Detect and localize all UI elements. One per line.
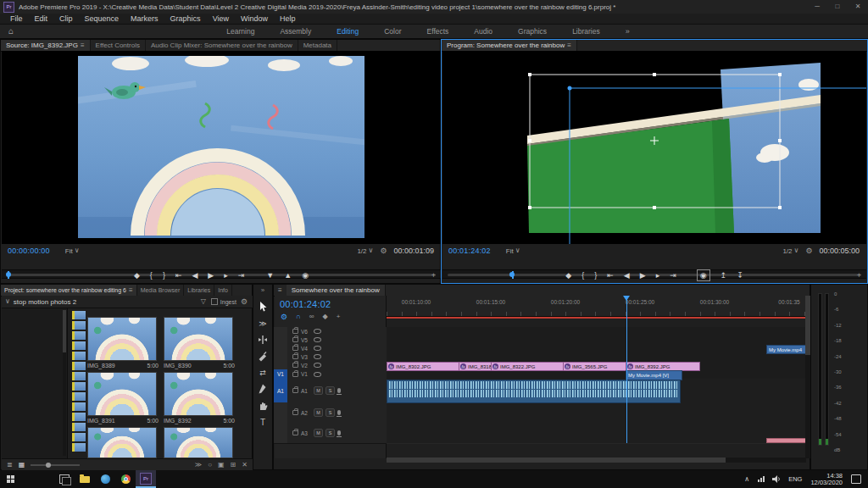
timeline-audio-clip[interactable]: [766, 438, 808, 443]
workspace-learning[interactable]: Learning: [226, 27, 254, 36]
linked-selection-icon[interactable]: ∞: [309, 313, 314, 321]
workspace-audio[interactable]: Audio: [474, 27, 492, 36]
add-marker-button[interactable]: ◆: [565, 271, 571, 280]
menu-view[interactable]: View: [207, 14, 235, 23]
task-view-button[interactable]: [54, 470, 75, 488]
bin-chevron-icon[interactable]: ∨: [5, 298, 10, 305]
tab-effect-controls[interactable]: Effect Controls: [91, 40, 146, 51]
project-item-thumb-8391[interactable]: [87, 372, 157, 416]
solo-button[interactable]: S: [326, 386, 335, 395]
add-marker-button[interactable]: ◆: [134, 271, 140, 280]
toggle-track-output-icon[interactable]: [314, 337, 321, 342]
network-icon[interactable]: [758, 476, 765, 482]
toggle-track-output-icon[interactable]: [314, 363, 321, 368]
mark-out-button[interactable]: }: [163, 271, 165, 280]
add-marker-icon[interactable]: ◆: [323, 313, 328, 321]
new-bin-button[interactable]: ▣: [218, 462, 225, 469]
edge-button[interactable]: [95, 470, 115, 488]
meter-bar-right[interactable]: [825, 293, 829, 446]
menu-graphics[interactable]: Graphics: [164, 14, 207, 23]
selection-tool[interactable]: [258, 301, 268, 313]
notification-center-button[interactable]: [851, 474, 861, 484]
close-button[interactable]: ✕: [848, 0, 868, 14]
source-patch[interactable]: [274, 327, 287, 336]
timeline-hscrollbar[interactable]: [387, 458, 806, 463]
menu-markers[interactable]: Markers: [125, 14, 164, 23]
source-patch[interactable]: [274, 361, 287, 369]
button-editor-plus[interactable]: +: [431, 271, 436, 280]
premiere-taskbar-button[interactable]: Pr: [136, 470, 156, 488]
toggle-track-output-icon[interactable]: [314, 329, 321, 334]
meter-bar-left[interactable]: [818, 293, 822, 446]
project-bin-pane[interactable]: [2, 308, 68, 458]
menu-sequence[interactable]: Sequence: [79, 14, 125, 23]
automate-to-sequence-button[interactable]: ≫: [195, 462, 202, 469]
slip-tool[interactable]: ⇄: [253, 369, 272, 377]
source-patch[interactable]: [274, 402, 287, 423]
source-patch-v1[interactable]: V1: [274, 369, 287, 379]
lock-icon[interactable]: [292, 354, 298, 359]
workspace-assembly[interactable]: Assembly: [280, 27, 311, 36]
icon-view-button[interactable]: ▦: [19, 462, 25, 469]
source-settings-icon[interactable]: ⚙: [380, 247, 387, 255]
source-patch[interactable]: [274, 336, 287, 344]
lock-icon[interactable]: [292, 337, 298, 342]
project-item-thumb-partial[interactable]: [164, 427, 233, 458]
project-item-name[interactable]: IMG_8390: [164, 363, 192, 369]
tab-media-browser[interactable]: Media Browser: [137, 285, 185, 296]
mark-in-button[interactable]: {: [581, 271, 584, 280]
tab-metadata[interactable]: Metadata: [298, 40, 337, 51]
source-patch[interactable]: [274, 344, 287, 352]
voiceover-record-icon[interactable]: [337, 430, 341, 435]
lock-icon[interactable]: [292, 346, 298, 351]
export-frame-button[interactable]: ◉: [302, 271, 309, 280]
workspace-color[interactable]: Color: [384, 27, 401, 36]
go-to-out-button[interactable]: ⇥: [238, 271, 245, 280]
home-icon[interactable]: ⌂: [8, 27, 14, 36]
minimize-button[interactable]: ─: [807, 0, 827, 14]
project-item-name[interactable]: IMG_8392: [164, 418, 192, 424]
track-select-forward-tool[interactable]: ≫: [253, 319, 272, 328]
ingest-checkbox[interactable]: [211, 298, 218, 305]
tab-info[interactable]: Info: [214, 285, 232, 296]
volume-icon[interactable]: [772, 475, 781, 483]
tab-project[interactable]: Project: somewhere over the rainbow edit…: [1, 285, 137, 296]
track-header-a2[interactable]: A2 M S: [274, 402, 387, 424]
workspace-overflow-icon[interactable]: »: [626, 28, 630, 36]
lock-icon[interactable]: [292, 372, 298, 377]
insert-button[interactable]: ▼: [266, 271, 274, 280]
panel-menu-icon[interactable]: ≡: [129, 287, 133, 294]
toggle-track-output-icon[interactable]: [314, 372, 321, 377]
timeline-clip[interactable]: fx IMG_8318: [459, 362, 492, 371]
project-item-thumb-8392[interactable]: [164, 372, 233, 416]
list-item[interactable]: [72, 433, 86, 441]
tab-audio-clip-mixer[interactable]: Audio Clip Mixer: Somewhere over the rai…: [146, 40, 298, 51]
source-timecode[interactable]: 00:00:00:00: [8, 247, 50, 255]
timeline-audio-clip[interactable]: [387, 380, 681, 403]
source-patch[interactable]: [274, 423, 287, 443]
timeline-timecode[interactable]: 00:01:24:02: [280, 299, 386, 309]
program-settings-icon[interactable]: ⚙: [805, 247, 812, 255]
tab-source[interactable]: Source: IMG_8392.JPG ≡: [1, 40, 91, 51]
panel-menu-icon[interactable]: ≡: [274, 285, 287, 296]
list-item[interactable]: [72, 331, 86, 340]
list-item[interactable]: [72, 423, 86, 431]
start-button[interactable]: [0, 470, 20, 488]
panel-overflow-icon[interactable]: »: [253, 286, 272, 294]
lock-icon[interactable]: [292, 388, 298, 393]
tab-libraries[interactable]: Libraries: [184, 285, 214, 296]
menu-window[interactable]: Window: [235, 14, 274, 23]
play-button[interactable]: ▶: [208, 271, 214, 280]
play-button[interactable]: ▶: [640, 271, 646, 280]
lock-icon[interactable]: [292, 410, 298, 415]
language-indicator[interactable]: ENG: [788, 475, 802, 483]
program-viewer[interactable]: [442, 51, 866, 244]
maximize-button[interactable]: □: [827, 0, 848, 14]
list-item[interactable]: [72, 413, 86, 421]
workspace-editing[interactable]: Editing: [337, 27, 359, 36]
new-item-button[interactable]: ⊞: [231, 462, 236, 469]
source-zoom-dropdown[interactable]: 1/2 ∨: [357, 247, 373, 255]
menu-file[interactable]: File: [4, 14, 29, 23]
list-item[interactable]: [72, 352, 86, 360]
track-header-a1[interactable]: A1 A1 M S: [274, 379, 387, 403]
